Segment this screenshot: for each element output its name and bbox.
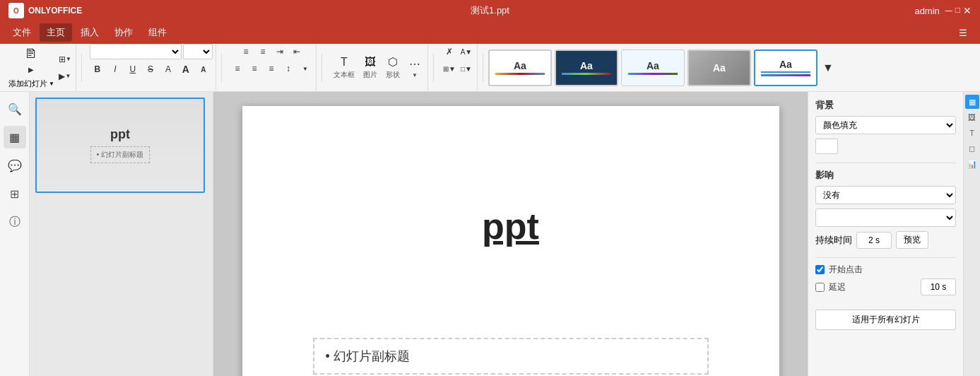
arrange-btn[interactable]: ⊞▼ [442, 61, 457, 76]
text-box-btn[interactable]: T 文本框 [330, 50, 358, 86]
indent-decrease-btn[interactable]: ⇤ [289, 44, 305, 59]
font-group: B I U S A A A [87, 44, 216, 91]
font-color-btn[interactable]: A [160, 61, 176, 77]
new-slide-btn[interactable]: 🖹 [23, 46, 39, 61]
slide-thumb-subtitle: • 幻灯片副标题 [90, 146, 150, 163]
menu-component[interactable]: 组件 [141, 23, 174, 42]
slide-thumb-title: ppt [110, 127, 130, 142]
font-decrease-btn[interactable]: A [196, 61, 211, 77]
themes-more-btn[interactable]: ▼ [820, 60, 836, 76]
new-slide-icon[interactable]: ▶ [23, 61, 39, 77]
fill-type-select[interactable]: 颜色填充 [815, 116, 956, 134]
font-family-select[interactable] [90, 44, 182, 59]
start-section: 开始点击 延迟 [815, 264, 956, 295]
clear-format-btn[interactable]: ✗ [442, 44, 457, 59]
slide-main-title[interactable]: ppt [482, 205, 539, 247]
shape-icon: ⬡ [388, 55, 398, 69]
close-icon[interactable]: ✕ [963, 5, 972, 16]
themes-group: Aa Aa Aa Aa Aa ▼ [488, 49, 836, 86]
start-click-checkbox[interactable] [815, 265, 825, 274]
canvas-area[interactable]: ppt • 幻灯片副标题 [213, 92, 808, 376]
duration-row: 持续时间 预览 [815, 231, 956, 249]
shape-label: 形状 [386, 70, 400, 80]
right-icons-bar: ▦ 🖼 T ◻ 📊 [963, 92, 980, 376]
effect-section: 影响 没有 持续时间 预览 [815, 169, 956, 249]
duration-input[interactable] [856, 232, 892, 249]
minimize-icon[interactable]: ─ [945, 5, 952, 16]
border-btn[interactable]: □▼ [459, 61, 474, 76]
effect-select[interactable]: 没有 [815, 186, 956, 204]
paragraph-group: ≡ ≡ ⇥ ⇤ ≡ ≡ ≡ ↕ ▼ [227, 44, 317, 91]
play-btn[interactable]: ▶▼ [57, 69, 73, 84]
underline-btn[interactable]: U [125, 61, 141, 77]
align-left-btn[interactable]: ≡ [230, 61, 245, 76]
logo-text: ONLYOFFICE [28, 6, 82, 16]
theme-1[interactable]: Aa [488, 49, 552, 86]
insert-group: T 文本框 🖼 图片 ⬡ 形状 ⋯ ▼ [327, 44, 428, 91]
theme-5[interactable]: Aa [754, 49, 817, 86]
rsidebar-image-settings[interactable]: 🖼 [965, 110, 979, 124]
text-dir-btn[interactable]: ▼ [297, 61, 313, 76]
indent-increase-btn[interactable]: ⇥ [272, 44, 288, 59]
delay-checkbox[interactable] [815, 283, 825, 292]
menu-file[interactable]: 文件 [6, 23, 38, 42]
menu-collaborate[interactable]: 协作 [107, 23, 140, 42]
slide-canvas: ppt • 幻灯片副标题 [242, 106, 779, 376]
more-insert-btn[interactable]: ⋯ ▼ [405, 50, 425, 86]
rsidebar-shape-settings[interactable]: ◻ [965, 141, 979, 155]
theme-4[interactable]: Aa [687, 49, 751, 86]
sidebar-info[interactable]: ⓘ [4, 211, 26, 233]
apply-all-btn[interactable]: 适用于所有幻灯片 [815, 310, 956, 330]
divider-2 [815, 257, 956, 258]
line-spacing-btn[interactable]: ↕ [281, 61, 296, 76]
app-logo: O ONLYOFFICE [8, 3, 82, 18]
align-right-btn[interactable]: ≡ [264, 61, 279, 76]
fill-color-btn[interactable]: A▼ [459, 44, 474, 59]
background-section: 背景 颜色填充 [815, 99, 956, 154]
delay-input[interactable] [921, 278, 956, 295]
delay-row: 延迟 [815, 278, 956, 295]
start-click-label: 开始点击 [829, 264, 863, 276]
sidebar-search[interactable]: 🔍 [4, 98, 26, 120]
toolbar: 🖹 ▶ 添加幻灯片 ▼ ⊞▼ ▶▼ B I U S [0, 44, 980, 92]
color-picker-btn[interactable] [815, 139, 838, 154]
effect-title: 影响 [815, 169, 956, 182]
font-size-select[interactable] [183, 44, 213, 59]
layout-btn[interactable]: ⊞▼ [57, 52, 73, 67]
menu-more[interactable]: ☰ [952, 25, 974, 41]
align-center-btn[interactable]: ≡ [247, 61, 262, 76]
strikethrough-btn[interactable]: S [143, 61, 158, 77]
menu-home[interactable]: 主页 [40, 23, 72, 42]
list-num-btn[interactable]: ≡ [255, 44, 271, 59]
theme-3[interactable]: Aa [621, 49, 685, 86]
text-box-icon: T [341, 56, 348, 69]
text-box-label: 文本框 [333, 70, 355, 80]
sidebar-slides[interactable]: ▦ [4, 126, 26, 148]
bold-btn[interactable]: B [90, 61, 105, 77]
logo-icon: O [8, 3, 24, 18]
rsidebar-slide-settings[interactable]: ▦ [965, 95, 979, 109]
effect-sub-select[interactable] [815, 208, 956, 227]
font-increase-btn[interactable]: A [178, 61, 194, 77]
slide-thumbnail-1[interactable]: ppt • 幻灯片副标题 [35, 98, 205, 193]
sidebar-comments[interactable]: 💬 [4, 154, 26, 177]
duration-label: 持续时间 [815, 234, 852, 247]
titlebar: O ONLYOFFICE 测试1.ppt admin ─ □ ✕ [0, 0, 980, 21]
slide-subtitle-box[interactable]: • 幻灯片副标题 [313, 338, 709, 375]
list-bullet-btn[interactable]: ≡ [238, 44, 254, 59]
add-slide-btn[interactable]: 添加幻灯片 ▼ [8, 78, 54, 89]
theme-2[interactable]: Aa [555, 49, 618, 86]
rsidebar-text-settings[interactable]: T [965, 126, 979, 140]
right-panel: 背景 颜色填充 影响 没有 持续时间 预览 开始点击 [808, 92, 963, 376]
menu-insert[interactable]: 插入 [73, 23, 106, 42]
divider-1 [815, 163, 956, 163]
sidebar-layout[interactable]: ⊞ [4, 182, 26, 205]
maximize-icon[interactable]: □ [955, 5, 960, 16]
image-btn[interactable]: 🖼 图片 [360, 50, 381, 86]
rsidebar-chart-settings[interactable]: 📊 [965, 157, 979, 171]
shape-btn[interactable]: ⬡ 形状 [382, 50, 403, 86]
italic-btn[interactable]: I [107, 61, 123, 77]
preview-btn[interactable]: 预览 [896, 231, 928, 249]
image-icon: 🖼 [365, 56, 376, 69]
arrange-group: ✗ A▼ ⊞▼ □▼ [439, 44, 478, 91]
